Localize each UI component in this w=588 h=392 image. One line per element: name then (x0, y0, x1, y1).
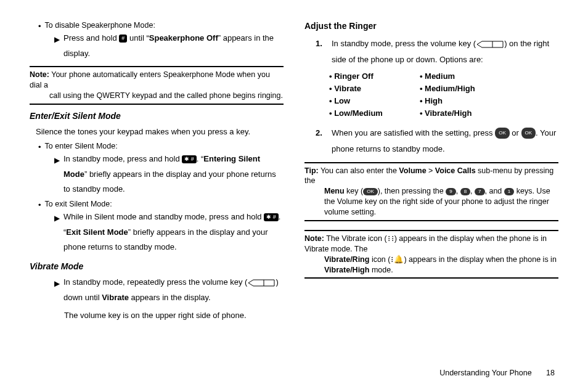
arrow-icon: ▶ (54, 31, 60, 47)
page-footer: Understanding Your Phone 18 (439, 369, 555, 377)
list-item: Vibrate/High (420, 107, 475, 120)
arrow-icon: ▶ (54, 210, 60, 226)
list-item: Low/Medium (329, 107, 383, 120)
list-item: Vibrate (329, 83, 383, 95)
vib-location-note: The volume key is on the upper right sid… (30, 308, 284, 324)
svg-marker-0 (248, 280, 274, 286)
bullet-icon: • (38, 200, 41, 210)
vibrate-icon: ⫶⫶ (387, 234, 394, 243)
disable-speakerphone-bullet: • To disable Speakerphone Mode: (30, 21, 284, 31)
svg-marker-2 (477, 41, 503, 47)
volume-key-icon (476, 41, 504, 48)
arrow-icon: ▶ (54, 152, 60, 168)
heading-adjust-ringer: Adjust the Ringer (304, 21, 558, 31)
ringer-options: Ringer Off Vibrate Low Low/Medium Medium… (304, 70, 558, 120)
enter-silent-step: ▶ In standby mode, press and hold ✱ #. “… (30, 152, 284, 197)
section-title: Understanding Your Phone (439, 369, 531, 377)
page-number: 18 (546, 369, 555, 377)
bullet-icon: • (38, 21, 41, 31)
volume-key-icon (247, 279, 276, 287)
ringer-options-right: Medium Medium/High High Vibrate/High (420, 70, 475, 120)
ringer-step-1: 1. In standby mode, press the volume key… (304, 36, 558, 68)
list-item: Low (329, 95, 383, 107)
bullet-icon: • (38, 142, 41, 152)
ok-key-icon: OK (521, 128, 536, 139)
vibrate-step: ▶ In standby mode, repeatedly press the … (30, 275, 284, 305)
enter-silent-bullet: • To enter Silent Mode: (30, 142, 284, 152)
heading-silent-mode: Enter/Exit Silent Mode (30, 111, 284, 121)
silent-intro: Silence the tones your keypad makes when… (30, 125, 284, 139)
key-icon: 9 (446, 188, 455, 196)
vibrate-ring-icon: ⫶🔔 (390, 255, 404, 264)
disable-speakerphone-step: ▶ Press and hold # until “Speakerphone O… (30, 31, 284, 61)
disable-speakerphone-text: To disable Speakerphone Mode: (45, 21, 155, 30)
list-item: Medium/High (420, 83, 475, 95)
right-column: Adjust the Ringer 1. In standby mode, pr… (304, 21, 558, 323)
key-icon: 7 (475, 188, 484, 196)
list-item: Medium (420, 70, 475, 83)
exit-silent-step: ▶ While in Silent mode and standby mode,… (30, 210, 284, 255)
ringer-step-2: 2. When you are satisfied with the setti… (304, 125, 558, 157)
starpound-key-icon: ✱ # (264, 213, 279, 221)
starpound-key-icon: ✱ # (182, 155, 197, 163)
pound-key-icon: # (119, 35, 127, 43)
note-vibrate-icon: Note: The Vibrate icon (⫶⫶) appears in t… (304, 230, 558, 279)
ringer-options-left: Ringer Off Vibrate Low Low/Medium (329, 70, 383, 120)
ok-key-icon: OK (495, 128, 510, 139)
heading-vibrate-mode: Vibrate Mode (30, 261, 284, 271)
left-column: • To disable Speakerphone Mode: ▶ Press … (30, 21, 284, 323)
tip-volume-menu: Tip: You can also enter the Volume > Voi… (304, 162, 558, 221)
list-item: Ringer Off (329, 70, 383, 83)
ok-key-icon: OK (363, 188, 378, 196)
exit-silent-bullet: • To exit Silent Mode: (30, 200, 284, 210)
key-icon: 1 (504, 188, 514, 196)
list-item: High (420, 95, 475, 107)
key-icon: 8 (460, 188, 470, 196)
arrow-icon: ▶ (54, 275, 60, 291)
note-speakerphone: Note: Your phone automatically enters Sp… (30, 66, 284, 105)
